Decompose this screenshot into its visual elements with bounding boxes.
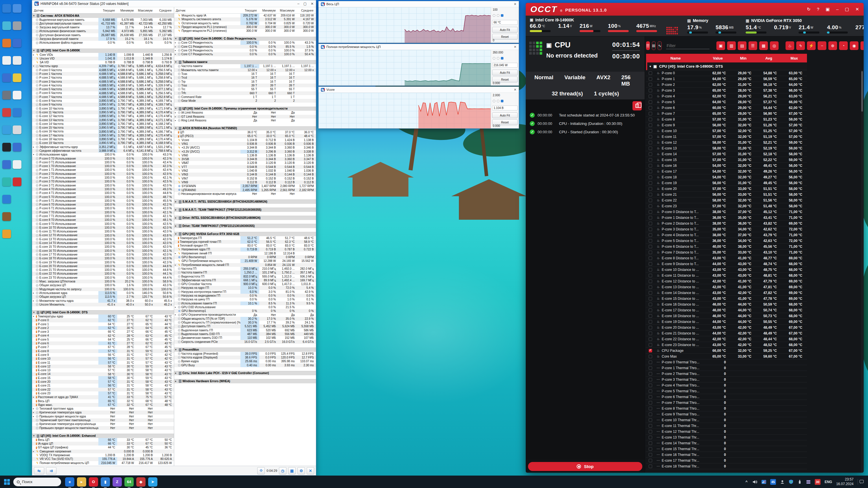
security-shield-icon[interactable] xyxy=(789,480,793,484)
sensor-row[interactable]: Доступная память ГП5,521 МБ5,452 МБ5,624… xyxy=(174,324,316,328)
sensor-row[interactable]: E-core 13 T0 Использование100.0 %0.0 %10… xyxy=(32,237,174,241)
sensor-row[interactable]: ♨E-core 2057,00 °C33,00 °C51,51 °C58,00 … xyxy=(646,186,807,192)
row-checkbox[interactable] xyxy=(649,112,652,116)
sensor-row[interactable]: Динамическая память D3D ГП110 МБ102 МБ15… xyxy=(174,336,316,340)
scale-toggle[interactable] xyxy=(497,14,499,17)
sensor-row[interactable]: ♨E-core 9 Distance to T...44,00 °C43,00 … xyxy=(646,261,807,267)
auto-fit-button[interactable]: Auto Fit xyxy=(492,70,518,75)
sensor-row[interactable]: ♨E-core 1358,00 °C31,00 °C52,19 °C59,00 … xyxy=(646,145,807,151)
desktop-icon[interactable] xyxy=(2,22,11,30)
auto-fit-button[interactable]: Auto Fit xyxy=(492,112,518,118)
sensor-row[interactable]: ▸Core C6 Резидентность0.0 %0.0 %100.0 %3… xyxy=(174,48,316,52)
sensor-row[interactable]: ⋯P-core 3 Thermal Thro...0 xyxy=(646,377,807,383)
sensor-section-header[interactable]: ▾Система: AFOX B760D4-MA xyxy=(32,13,174,18)
search-box[interactable]: Поиск xyxy=(13,478,61,486)
sensor-row[interactable]: P-core 6 Частота4,688.5 МГц4,588.8 МГц5,… xyxy=(32,91,174,95)
maximize-icon[interactable]: ▢ xyxy=(304,2,307,6)
close-icon[interactable]: ✕ xyxy=(514,88,517,92)
sensor-row[interactable]: P-core 0 Частота4,688.5 МГц4,588.8 МГц5,… xyxy=(32,68,174,72)
sensor-row[interactable]: ▸Core C1 Резидентность0.0 %0.0 %85.5 %1.… xyxy=(174,45,316,48)
row-checkbox[interactable] xyxy=(649,332,652,335)
sensor-row[interactable]: P-core 164 °C27 °C65 °C44 °C xyxy=(32,322,174,326)
sensor-row[interactable]: Температура горячей точки ГП62.0 °C56.5 … xyxy=(174,240,316,244)
sensor-row[interactable]: P-core 767 °C28 °C67 °C45 °C xyxy=(32,345,174,349)
row-checkbox[interactable] xyxy=(649,216,652,220)
sensor-row[interactable]: P-core 7 Частота4,688.5 МГц4,588.8 МГц5,… xyxy=(32,95,174,99)
sensor-section-header[interactable]: ▸S.M.A.R.T.: INTEL SSDSC2BX480G4 (BTHC50… xyxy=(174,199,316,204)
minus-filter-icon[interactable]: − xyxy=(818,41,826,50)
row-checkbox[interactable] xyxy=(649,193,652,196)
sensor-row[interactable]: P-core 6 T0 Использование100.0 %0.0 %100… xyxy=(32,203,174,206)
row-checkbox[interactable] xyxy=(649,424,652,428)
minimize-icon[interactable]: – xyxy=(298,2,300,6)
scale-toggle[interactable] xyxy=(501,100,503,102)
row-checkbox[interactable] xyxy=(649,436,652,439)
sensor-row[interactable]: P-core 1 T1 Использование100.0 %0.0 %100… xyxy=(32,168,174,172)
sensor-row[interactable]: ⋯E-core 16 Thermal Thr...0 xyxy=(646,452,807,458)
sensor-group-row[interactable]: ▾ ▣ CPU [#0]: Intel Core i9-14900K: DTS xyxy=(646,62,807,70)
row-checkbox[interactable] xyxy=(649,251,652,254)
sensor-row[interactable]: ⊛GPU Вентилятор10 %0 %0 %0 % xyxy=(174,309,316,313)
swap-columns-button[interactable]: ⇆ xyxy=(34,467,44,475)
row-checkbox[interactable] xyxy=(649,372,652,376)
graph-window-titlebar[interactable]: Весь ЦП✕ xyxy=(318,1,519,7)
unknown-filter-icon[interactable]: ? xyxy=(861,41,864,50)
row-checkbox[interactable] xyxy=(649,222,652,225)
start-button[interactable] xyxy=(4,479,10,485)
row-checkbox[interactable] xyxy=(649,268,652,271)
sensor-row[interactable]: ϟVIN01.136 В1.136 В1.136 В1.136 В xyxy=(174,154,316,157)
sensor-row[interactable]: P-core 062 °C27 °C62 °C43 °C xyxy=(32,318,174,322)
sensor-row[interactable]: E-core 9 T0 Использование100.0 %0.0 %100… xyxy=(32,222,174,226)
sensor-row[interactable]: ▸GPU Ограничители производительностиДаНе… xyxy=(174,313,316,317)
sensor-row[interactable]: ▸Ring Limit ReasonsДаНетДа xyxy=(174,119,316,122)
sensor-row[interactable]: Gear Mode222 xyxy=(174,99,316,103)
sensor-row[interactable]: ϟ+3.3V (3VCC)3.312 В3.296 В3.360 В3.338 … xyxy=(174,150,316,154)
sensor-row[interactable]: ♨E-core 21 Distance to ...44,00 °C42,00 … xyxy=(646,330,807,336)
row-checkbox[interactable] xyxy=(649,418,652,422)
sensor-row[interactable]: ♨E-core 1754,00 °C32,00 °C49,26 °C56,00 … xyxy=(646,168,807,174)
sensor-row[interactable]: E-core 21 T0 Использование100.0 %0.0 %10… xyxy=(32,268,174,272)
row-checkbox[interactable] xyxy=(649,360,652,364)
sensor-row[interactable]: ϟVcore1.104 В0.712 В1.424 В1.138 В xyxy=(174,138,316,142)
row-checkbox[interactable] xyxy=(649,199,652,202)
sensor-row[interactable]: E-core 1258 °C30 °C59 °C43 °C xyxy=(32,364,174,368)
usage-filter-icon[interactable]: ◔ xyxy=(839,41,848,50)
close-icon[interactable]: ✕ xyxy=(311,2,314,6)
desktop-icon[interactable] xyxy=(13,143,22,152)
sensor-row[interactable]: Выделенная память D3D ГП487 МБ384 МБ556 … xyxy=(174,332,316,336)
sensor-row[interactable]: ▸Тепловой троттлинг ядраНетНетНет xyxy=(32,407,174,411)
sensor-row[interactable]: Весь ЦП66 °C33 °C67 °C50 °C xyxy=(32,438,174,442)
sensor-row[interactable]: ♨E-core 14 Distance to ...43,00 °C42,00 … xyxy=(646,290,807,296)
taskbar-app-icon[interactable]: ▮ xyxy=(101,477,110,487)
sensor-row[interactable]: ▸Использование ядра113.5 %0.0 %146.0 %50… xyxy=(32,291,174,295)
sensor-row[interactable]: Весь ЦП65 °C32 °C68 °C48 °C xyxy=(32,399,174,403)
sensor-row[interactable]: E-core 19 Частота3,890.5 МГц3,790.7 МГц4… xyxy=(32,141,174,145)
row-checkbox[interactable] xyxy=(649,228,652,231)
sensor-row[interactable]: ⋯E-core 12 Thermal Thr...0 xyxy=(646,429,807,434)
sensor-row[interactable]: P-core 6 T1 Использование100.0 %0.0 %100… xyxy=(32,206,174,210)
sensor-row[interactable]: P-core 366 °C27 °C66 °C45 °C xyxy=(32,330,174,334)
sensor-row[interactable]: ♨E-core 1258,00 °C31,00 °C52,21 °C59,00 … xyxy=(646,140,807,145)
sensor-row[interactable]: P-core 5 T0 Использование100.0 %0.0 %100… xyxy=(32,195,174,199)
sensor-row[interactable]: ▸Core C0 Резидентность100.0 %0.0 %100.0 … xyxy=(174,41,316,44)
sensor-row[interactable]: Tras39 Т39 Т39 Т xyxy=(174,84,316,87)
sensor-row[interactable]: Общая загрузка ЦП113.5 %2.7 %120.7 %50.8… xyxy=(32,295,174,299)
sensor-row[interactable]: ⋯P-core 7 Thermal Thro...0 xyxy=(646,400,807,405)
sensor-row[interactable]: E-core 10 Частота3,890.5 МГц3,790.7 МГц4… xyxy=(32,107,174,110)
sensor-row[interactable]: E-core 14 Частота3,890.5 МГц3,790.7 МГц4… xyxy=(32,122,174,126)
sensor-row[interactable]: GPU Crossbar Частота900.0 МГц600.0 МГц1,… xyxy=(174,282,316,286)
sensor-section-header[interactable]: ▸Windows Hardware Errors (WHEA) xyxy=(174,379,316,383)
clock[interactable]: 23:57 16.07.2024 xyxy=(836,477,854,486)
sensor-row[interactable]: Нагрузка контроллера памяти ГП6.0 %3.0 %… xyxy=(174,290,316,294)
other-filter-icon[interactable]: ◎ xyxy=(770,41,779,50)
sensor-row[interactable]: E-core 9 Частота3,890.5 МГц3,790.7 МГц4,… xyxy=(32,103,174,106)
sensor-row[interactable]: ♨E-core 16 Distance to ...46,00 °C44,00 … xyxy=(646,301,807,307)
sensor-row[interactable]: Термический троттлинг пакета/кольцаНетНе… xyxy=(32,418,174,422)
sensor-row[interactable]: Загрузка виртуальной памяти13.7 %11.7 %1… xyxy=(32,26,174,29)
sensor-row[interactable]: Эффективная частота ГП668.1 МГц89.9 МГц1… xyxy=(174,279,316,282)
row-checkbox[interactable] xyxy=(649,135,652,138)
sensor-row[interactable]: ♨E-core 2357,00 °C32,00 °C51,48 °C58,00 … xyxy=(646,203,807,209)
sensor-row[interactable]: Несанкционированное вскрытие корпусаНетН… xyxy=(174,192,316,196)
row-checkbox[interactable] xyxy=(649,147,652,150)
hwinfo-column-header[interactable]: ДатчикТекущееМинимумМаксимумСреднее xyxy=(32,7,174,13)
